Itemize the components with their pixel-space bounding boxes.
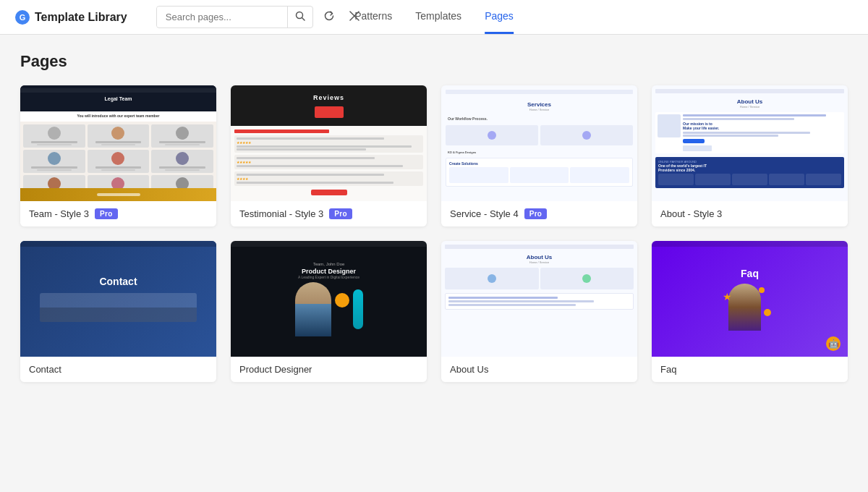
template-card[interactable]: Faq ★ 🤖 Faq xyxy=(652,241,848,382)
template-grid: Legal Team You will introduce with our e… xyxy=(20,85,848,382)
pro-badge: Pro xyxy=(329,208,352,219)
card-footer: About Us xyxy=(441,357,637,382)
template-name: Product Designer xyxy=(239,364,312,375)
main-content: Pages Legal Team You will introduce with… xyxy=(0,35,868,492)
svg-line-3 xyxy=(302,18,305,21)
app-logo[interactable]: G Template Library xyxy=(14,9,127,25)
pro-badge: Pro xyxy=(524,208,548,219)
app-title: Template Library xyxy=(35,11,127,24)
template-name: Service - Style 4 xyxy=(450,208,519,219)
main-nav: Patterns Templates Pages xyxy=(354,0,514,34)
page-title: Pages xyxy=(20,52,848,71)
template-name: Team - Style 3 xyxy=(29,208,89,219)
refresh-button[interactable] xyxy=(319,6,339,29)
card-preview-faq: Faq ★ 🤖 xyxy=(652,241,848,357)
search-icon xyxy=(295,11,305,21)
card-footer: About - Style 3 xyxy=(652,201,848,226)
header: G Template Library Patterns Templates Pa… xyxy=(0,0,868,35)
nav-templates[interactable]: Templates xyxy=(415,0,461,34)
template-name: About Us xyxy=(450,364,488,375)
template-name: Faq xyxy=(660,364,676,375)
template-card[interactable]: Legal Team You will introduce with our e… xyxy=(20,85,216,226)
card-preview-about2: About Us Home / Service xyxy=(441,241,637,357)
template-name: About - Style 3 xyxy=(660,208,722,219)
search-button[interactable] xyxy=(287,7,312,27)
card-footer: Team - Style 3 Pro xyxy=(20,201,216,226)
header-right xyxy=(156,6,364,29)
template-card[interactable]: Contact Contact xyxy=(20,241,216,382)
card-preview-about-style-3: About Us Home / Service Our mission is t… xyxy=(652,85,848,201)
template-name: Testimonial - Style 3 xyxy=(239,208,323,219)
template-card[interactable]: Services Home / Service Our Workflow Pro… xyxy=(441,85,637,226)
card-footer: Service - Style 4 Pro xyxy=(441,201,637,226)
template-card[interactable]: Team, John Doe Product Designer A Leadin… xyxy=(231,241,427,382)
card-preview-team-style-3: Legal Team You will introduce with our e… xyxy=(20,85,216,201)
card-preview-service-style-4: Services Home / Service Our Workflow Pro… xyxy=(441,85,637,201)
template-card[interactable]: About Us Home / Service xyxy=(441,241,637,382)
product-preview-title: Product Designer xyxy=(302,268,356,275)
card-preview-product-designer: Team, John Doe Product Designer A Leadin… xyxy=(231,241,427,357)
nav-patterns[interactable]: Patterns xyxy=(354,0,392,34)
logo-icon: G xyxy=(14,9,30,25)
template-card[interactable]: Reviews ★★★★★ ★★★★★ xyxy=(231,85,427,226)
card-footer: Faq xyxy=(652,357,848,382)
svg-text:G: G xyxy=(20,13,26,22)
pro-badge: Pro xyxy=(95,208,118,219)
search-box xyxy=(156,6,313,28)
search-input[interactable] xyxy=(157,7,287,27)
template-card[interactable]: About Us Home / Service Our mission is t… xyxy=(652,85,848,226)
faq-preview-label: Faq xyxy=(741,268,759,279)
card-preview-contact: Contact xyxy=(20,241,216,357)
refresh-icon xyxy=(323,10,335,22)
template-name: Contact xyxy=(29,364,61,375)
contact-preview-label: Contact xyxy=(99,276,137,287)
nav-pages[interactable]: Pages xyxy=(485,0,514,34)
card-footer: Testimonial - Style 3 Pro xyxy=(231,201,427,226)
card-footer: Contact xyxy=(20,357,216,382)
card-footer: Product Designer xyxy=(231,357,427,382)
card-preview-testimonial-style-3: Reviews ★★★★★ ★★★★★ xyxy=(231,85,427,201)
